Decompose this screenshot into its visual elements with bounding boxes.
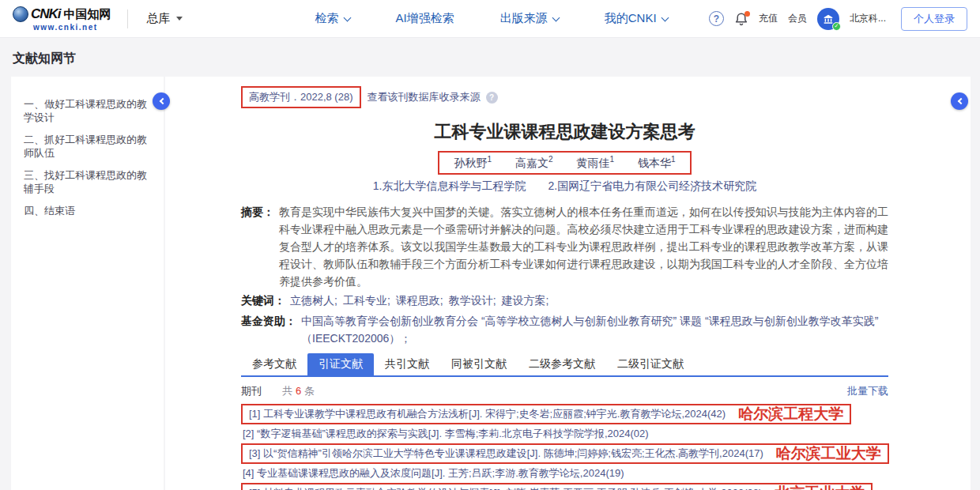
- personal-login-button[interactable]: 个人登录: [901, 7, 967, 31]
- citation-tab[interactable]: 参考文献: [241, 353, 307, 375]
- outline-item[interactable]: 三、找好工科课程思政的教辅手段: [24, 168, 154, 195]
- citation-tabs: 参考文献 引证文献 共引文献 同被引文献 二级参考文献 二级引证文献: [241, 353, 888, 377]
- outline-item[interactable]: 二、抓好工科课程思政的教师队伍: [24, 133, 154, 160]
- collapse-right-panel-button[interactable]: [951, 92, 968, 110]
- institution-avatar[interactable]: ✓: [817, 8, 839, 30]
- keyword-link[interactable]: 教学设计;: [449, 292, 496, 309]
- citation-count-row: 期刊 共6条 批量下载: [241, 384, 888, 398]
- outline-item[interactable]: 一、做好工科课程思政的教学设计: [24, 97, 154, 124]
- nav-menu-label: AI增强检索: [396, 11, 454, 26]
- keywords-row: 关键词： 立德树人; 工科专业; 课程思政; 教学设计; 建设方案;: [241, 292, 888, 309]
- journal-source-link[interactable]: 查看该刊数据库收录来源: [368, 90, 481, 104]
- cnki-globe-icon: [13, 6, 28, 22]
- page-title: 文献知网节: [13, 51, 76, 67]
- citation-row: [1] 工科专业课教学中课程思政有机融合方法浅析[J]. 宋得宁;史冬岩;应丽霞…: [241, 404, 851, 424]
- nav-menu-item[interactable]: AI增强检索: [396, 11, 454, 26]
- abstract-text: 教育是实现中华民族伟大复兴中国梦的关键。落实立德树人的根本任务任重而道远，如何在…: [279, 203, 888, 290]
- institution-name[interactable]: 北京科...: [850, 12, 886, 25]
- citation-tab[interactable]: 同被引文献: [440, 353, 518, 375]
- chevron-left-icon: [159, 98, 165, 104]
- citation-list: [1] 工科专业课教学中课程思政有机融合方法浅析[J]. 宋得宁;史冬岩;应丽霞…: [241, 404, 888, 490]
- citation-link[interactable]: [4] 专业基础课课程思政的融入及浓度问题[J]. 王芳;吕跃;李游.教育教学论…: [243, 467, 624, 480]
- citation-tab[interactable]: 二级引证文献: [606, 353, 695, 375]
- fund-label: 基金资助：: [241, 312, 296, 347]
- logo-brand-text: 中国知网: [64, 8, 111, 20]
- nav-menu-item[interactable]: 检索: [315, 11, 350, 26]
- database-selector[interactable]: 总库: [147, 11, 183, 26]
- citation-annotation: 哈尔滨工程大学: [738, 406, 843, 422]
- notification-bell-icon[interactable]: [734, 12, 748, 26]
- citation-tab[interactable]: 二级参考文献: [518, 353, 606, 375]
- citation-count-number: 6: [296, 385, 301, 397]
- nav-menu-label: 我的CNKI: [605, 11, 657, 26]
- verified-check-icon: ✓: [832, 22, 841, 31]
- nav-menu-item[interactable]: 我的CNKI: [605, 11, 668, 26]
- article-panel: 高教学刊．2022,8 (28) 查看该刊数据库收录来源 ? 工科专业课课程思政…: [165, 77, 971, 490]
- database-selector-label: 总库: [147, 11, 171, 26]
- journal-row: 高教学刊．2022,8 (28) 查看该刊数据库收录来源 ?: [241, 86, 888, 108]
- recharge-link[interactable]: 充值: [759, 12, 778, 25]
- citation-tab[interactable]: 共引文献: [374, 353, 440, 375]
- abstract-label: 摘要：: [241, 203, 274, 290]
- top-navbar: CNKi 中国知网 www.cnki.net 总库 检索 AI增强检索 出版来源: [0, 0, 980, 38]
- citation-type-label: 期刊: [241, 384, 262, 398]
- citation-link[interactable]: [3] 以“贺信精神”引领哈尔滨工业大学特色专业课课程思政建设[J]. 陈德坤;…: [249, 447, 763, 460]
- article-title: 工科专业课课程思政建设方案思考: [241, 120, 888, 144]
- nav-right-cluster: ? 充值 会员 ✓ 北京科... 个人登录: [709, 7, 967, 31]
- fund-text[interactable]: 中国高等教育学会创新创业教育分会 “高等学校立德树人与创新创业教育研究” 课题 …: [301, 312, 888, 347]
- abstract-row: 摘要： 教育是实现中华民族伟大复兴中国梦的关键。落实立德树人的根本任务任重而道远…: [241, 203, 888, 290]
- member-link[interactable]: 会员: [788, 12, 807, 25]
- nav-menu-label: 出版来源: [500, 11, 548, 26]
- chevron-left-icon: [957, 98, 963, 104]
- keywords-label: 关键词：: [241, 292, 285, 309]
- keyword-link[interactable]: 立德树人;: [290, 292, 337, 309]
- nav-menu-label: 检索: [315, 11, 339, 26]
- keyword-link[interactable]: 工科专业;: [343, 292, 390, 309]
- journal-name-link[interactable]: 高教学刊．2022,8 (28): [249, 91, 353, 103]
- citation-tab[interactable]: 引证文献: [307, 353, 374, 375]
- authors-highlight-box: 孙秋野1 高嘉文2 黄雨佳1 钱本华1: [438, 151, 691, 175]
- nav-menu-item[interactable]: 出版来源: [500, 11, 559, 26]
- caret-down-icon: [176, 17, 183, 21]
- journal-highlight-box: 高教学刊．2022,8 (28): [241, 86, 361, 108]
- notification-dot: [744, 11, 750, 17]
- keyword-link[interactable]: 课程思政;: [396, 292, 443, 309]
- batch-download-link[interactable]: 批量下载: [847, 384, 888, 398]
- collapse-sidebar-button[interactable]: [153, 92, 170, 110]
- citation-row: [5] 材料专业课程思政元素融合实验教学的设计与探索[J]. 刘晓;崔素萍;王亚…: [241, 483, 873, 490]
- citation-count: 共6条: [282, 384, 315, 398]
- keywords-list: 立德树人; 工科专业; 课程思政; 教学设计; 建设方案;: [290, 292, 554, 309]
- author-link[interactable]: 黄雨佳1: [577, 155, 615, 171]
- info-question-icon[interactable]: ?: [486, 92, 498, 104]
- outline-sidebar: 一、做好工科课程思政的教学设计 二、抓好工科课程思政的教师队伍 三、找好工科课程…: [11, 77, 164, 490]
- citation-annotation: 北京工业大学: [775, 485, 865, 490]
- author-link[interactable]: 孙秋野1: [454, 155, 492, 171]
- affiliations[interactable]: 1.东北大学信息科学与工程学院 2.国网辽宁省电力有限公司经济技术研究院: [241, 179, 888, 194]
- citation-row: [4] 专业基础课课程思政的融入及浓度问题[J]. 王芳;吕跃;李游.教育教学论…: [241, 466, 626, 481]
- keyword-link[interactable]: 建设方案;: [502, 292, 549, 309]
- nav-divider: [127, 9, 128, 28]
- citation-link[interactable]: [5] 材料专业课程思政元素融合实验教学的设计与探索[J]. 刘晓;崔素萍;王亚…: [249, 487, 762, 490]
- citation-row: [2] “数字逻辑基础”课程思政的探索与实践[J]. 李雪梅;李莉.北京电子科技…: [241, 427, 650, 441]
- chevron-down-icon: [552, 13, 560, 21]
- cnki-logo[interactable]: CNKi 中国知网 www.cnki.net: [13, 6, 111, 32]
- logo-url-text: www.cnki.net: [33, 24, 111, 32]
- authors-row: 孙秋野1 高嘉文2 黄雨佳1 钱本华1: [241, 151, 888, 175]
- logo-mark: CNKi: [31, 7, 61, 21]
- citation-link[interactable]: [1] 工科专业课教学中课程思政有机融合方法浅析[J]. 宋得宁;史冬岩;应丽霞…: [249, 408, 726, 420]
- main-nav: 检索 AI增强检索 出版来源 我的CNKI: [315, 11, 668, 26]
- help-icon[interactable]: ?: [709, 11, 724, 26]
- author-link[interactable]: 钱本华1: [638, 155, 676, 171]
- chevron-down-icon: [661, 13, 669, 21]
- fund-row: 基金资助： 中国高等教育学会创新创业教育分会 “高等学校立德树人与创新创业教育研…: [241, 312, 888, 347]
- outline-item[interactable]: 四、结束语: [24, 204, 154, 217]
- citation-row: [3] 以“贺信精神”引领哈尔滨工业大学特色专业课课程思政建设[J]. 陈德坤;…: [241, 443, 889, 464]
- author-link[interactable]: 高嘉文2: [515, 155, 553, 171]
- chevron-down-icon: [343, 13, 351, 21]
- citation-link[interactable]: [2] “数字逻辑基础”课程思政的探索与实践[J]. 李雪梅;李莉.北京电子科技…: [243, 428, 649, 440]
- citation-annotation: 哈尔滨工业大学: [776, 446, 881, 462]
